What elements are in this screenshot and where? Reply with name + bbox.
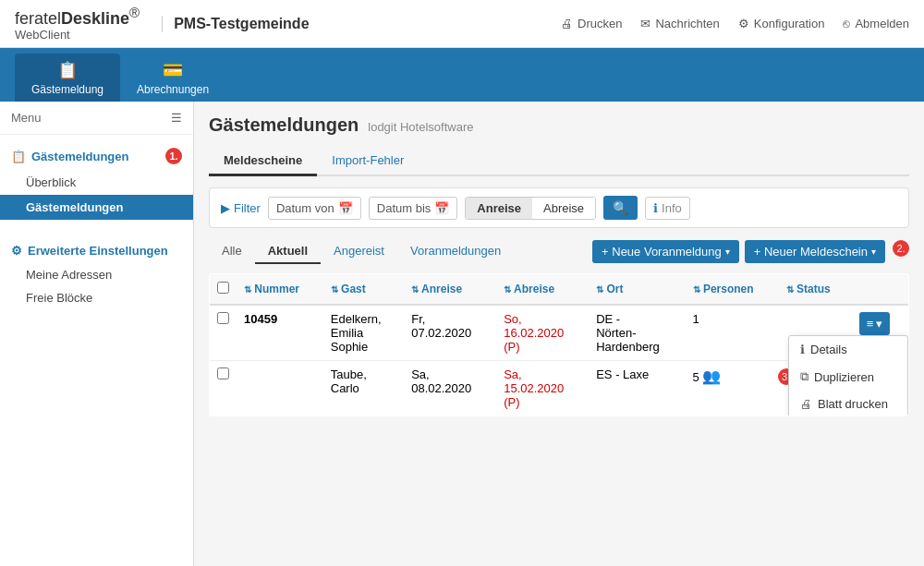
row2-personen: 5 👥 xyxy=(686,361,779,416)
module-tab-gaestemeldung[interactable]: 📋 Gästemeldung xyxy=(15,54,120,102)
th-anreise[interactable]: ⇅ Anreise xyxy=(404,274,496,306)
mail-icon: ✉ xyxy=(640,17,650,30)
sidebar-item-meine-adressen[interactable]: Meine Adressen xyxy=(0,263,193,286)
logo: feratelDeskline® WebClient xyxy=(15,6,140,42)
dropdown-duplizieren[interactable]: ⧉ Duplizieren xyxy=(789,363,907,391)
sidebar-item-ueberblick[interactable]: Überblick xyxy=(0,170,193,195)
sidebar-section-erweiterte: ⚙ Erweiterte Einstellungen Meine Adresse… xyxy=(0,227,193,317)
module-bar: 📋 Gästemeldung 💳 Abrechnungen xyxy=(0,48,924,102)
neuer-meldeschein-button[interactable]: + Neuer Meldeschein ▾ xyxy=(745,240,885,263)
sub-tab-aktuell[interactable]: Aktuell xyxy=(255,239,321,264)
search-button[interactable]: 🔍 xyxy=(603,196,638,220)
row2-checkbox[interactable] xyxy=(217,367,229,379)
table-body: 10459 Edelkern, Emilia Sophie Fr, 07.02.… xyxy=(210,305,909,416)
nav-abmelden[interactable]: ⎋ Abmelden xyxy=(843,17,909,30)
dropdown-blatt-drucken[interactable]: 🖨 Blatt drucken xyxy=(789,391,907,416)
sub-tab-voranmeldungen[interactable]: Voranmeldungen xyxy=(397,239,514,264)
th-abreise[interactable]: ⇅ Abreise xyxy=(496,274,589,306)
tab-bar: Meldescheine Import-Fehler xyxy=(209,147,909,176)
row1-checkbox-cell xyxy=(210,305,237,361)
row1-actions: ≡ ▾ ℹ Details ⧉ xyxy=(852,305,909,361)
calendar-icon-bis[interactable]: 📅 xyxy=(434,201,449,215)
th-status[interactable]: ⇅ Status xyxy=(779,274,852,306)
th-nummer[interactable]: ⇅ Nummer xyxy=(237,274,323,306)
row2-nummer xyxy=(237,361,323,416)
group-icon: 👥 xyxy=(702,368,721,384)
row1-nummer: 10459 xyxy=(237,305,323,361)
row1-personen: 1 xyxy=(686,305,779,361)
row1-checkbox[interactable] xyxy=(217,312,229,324)
sidebar-section-gaestemeldungen: 📋 Gästemeldungen 1. Überblick Gästemeldu… xyxy=(0,135,193,227)
hamburger-icon: ≡ xyxy=(867,317,874,331)
logo-area: feratelDeskline® WebClient PMS-Testgemei… xyxy=(15,6,310,42)
th-checkbox xyxy=(210,274,237,306)
anreise-toggle-btn[interactable]: Anreise xyxy=(466,198,532,219)
tab-import-fehler[interactable]: Import-Fehler xyxy=(317,147,419,176)
row1-gast: Edelkern, Emilia Sophie xyxy=(323,305,404,361)
page-title: Gästemeldungen xyxy=(209,114,359,136)
caret-down-icon: ▾ xyxy=(876,317,882,331)
th-ort[interactable]: ⇅ Ort xyxy=(589,274,685,306)
select-all-checkbox[interactable] xyxy=(217,282,229,294)
sidebar-section-title-gaestemeldungen[interactable]: 📋 Gästemeldungen 1. xyxy=(0,142,193,170)
row2-checkbox-cell xyxy=(210,361,237,416)
row1-dropdown-menu: ℹ Details ⧉ Duplizieren 🖨 Blatt drucken xyxy=(788,335,908,416)
dropdown-caret-1: ▾ xyxy=(725,247,730,257)
duplicate-icon: ⧉ xyxy=(800,369,808,384)
page-header: Gästemeldungen lodgit Hotelsoftware xyxy=(209,114,909,136)
chevron-right-icon: ▶ xyxy=(221,201,230,215)
list-icon: 📋 xyxy=(11,150,26,163)
table-header: ⇅ Nummer ⇅ Gast ⇅ Anreise ⇅ Abreise ⇅ Or… xyxy=(210,274,909,306)
info-icon: ℹ xyxy=(653,201,658,215)
action-buttons: + Neue Voranmeldung ▾ + Neuer Meldeschei… xyxy=(592,240,909,263)
datum-bis-input[interactable]: Datum bis 📅 xyxy=(369,197,458,220)
gear-icon: ⚙ xyxy=(738,17,749,30)
info-button[interactable]: ℹ Info xyxy=(645,197,690,220)
sidebar-item-freie-bloecke[interactable]: Freie Blöcke xyxy=(0,286,193,309)
filter-button[interactable]: ▶ Filter xyxy=(221,201,261,215)
nav-konfiguration[interactable]: ⚙ Konfiguration xyxy=(738,17,825,30)
datum-von-input[interactable]: Datum von 📅 xyxy=(268,197,361,220)
data-table: ⇅ Nummer ⇅ Gast ⇅ Anreise ⇅ Abreise ⇅ Or… xyxy=(209,273,909,416)
neue-voranmeldung-button[interactable]: + Neue Voranmeldung ▾ xyxy=(592,240,739,263)
logout-icon: ⎋ xyxy=(843,17,850,30)
content-area: Gästemeldungen lodgit Hotelsoftware Meld… xyxy=(194,102,924,566)
row2-abreise: Sa, 15.02.2020 (P) xyxy=(496,361,589,416)
sidebar: Menu ☰ 📋 Gästemeldungen 1. Überblick Gäs… xyxy=(0,102,194,566)
info-circle-icon: ℹ xyxy=(800,343,805,356)
nav-nachrichten[interactable]: ✉ Nachrichten xyxy=(640,17,719,30)
module-tab-abrechnungen[interactable]: 💳 Abrechnungen xyxy=(120,54,225,102)
row1-abreise: So, 16.02.2020 (P) xyxy=(496,305,589,361)
annotation-2-badge: 2. xyxy=(893,240,909,257)
abreise-toggle-btn[interactable]: Abreise xyxy=(532,198,595,219)
tab-meldescheine[interactable]: Meldescheine xyxy=(209,147,317,176)
nav-drucken[interactable]: 🖨 Drucken xyxy=(561,17,622,30)
dropdown-details[interactable]: ℹ Details xyxy=(789,336,907,363)
page-subtitle: lodgit Hotelsoftware xyxy=(368,120,473,134)
row1-ort: DE - Nörten- Hardenberg xyxy=(589,305,685,361)
sidebar-section-title-erweiterte[interactable]: ⚙ Erweiterte Einstellungen xyxy=(0,238,193,263)
sub-tabs: Alle Aktuell Angereist Voranmeldungen xyxy=(209,239,514,264)
row1-action-dropdown[interactable]: ≡ ▾ xyxy=(859,312,891,335)
sub-tab-angereist[interactable]: Angereist xyxy=(321,239,397,264)
th-actions xyxy=(852,274,909,306)
sidebar-menu-header: Menu ☰ xyxy=(0,102,193,135)
annotation-1-badge: 1. xyxy=(165,148,182,164)
th-gast[interactable]: ⇅ Gast xyxy=(323,274,404,306)
menu-toggle-icon[interactable]: ☰ xyxy=(171,111,182,125)
sidebar-item-gaestemeldungen[interactable]: Gästemeldungen xyxy=(0,195,193,220)
row1-anreise: Fr, 07.02.2020 xyxy=(404,305,496,361)
sub-tab-alle[interactable]: Alle xyxy=(209,239,255,264)
gaestemeldung-icon: 📋 xyxy=(57,60,78,80)
top-header: feratelDeskline® WebClient PMS-Testgemei… xyxy=(0,0,924,48)
print-icon: 🖨 xyxy=(800,397,812,411)
row2-ort: ES - Laxe xyxy=(589,361,685,416)
row2-gast: Taube, Carlo xyxy=(323,361,404,416)
abrechnungen-icon: 💳 xyxy=(163,60,183,80)
print-icon: 🖨 xyxy=(561,17,573,30)
top-nav: 🖨 Drucken ✉ Nachrichten ⚙ Konfiguration … xyxy=(561,17,909,30)
th-personen[interactable]: ⇅ Personen xyxy=(686,274,779,306)
calendar-icon-von[interactable]: 📅 xyxy=(338,201,353,215)
logo-text-main: feratelDeskline® xyxy=(15,9,140,28)
filter-bar: ▶ Filter Datum von 📅 Datum bis 📅 Anreise… xyxy=(209,187,909,228)
